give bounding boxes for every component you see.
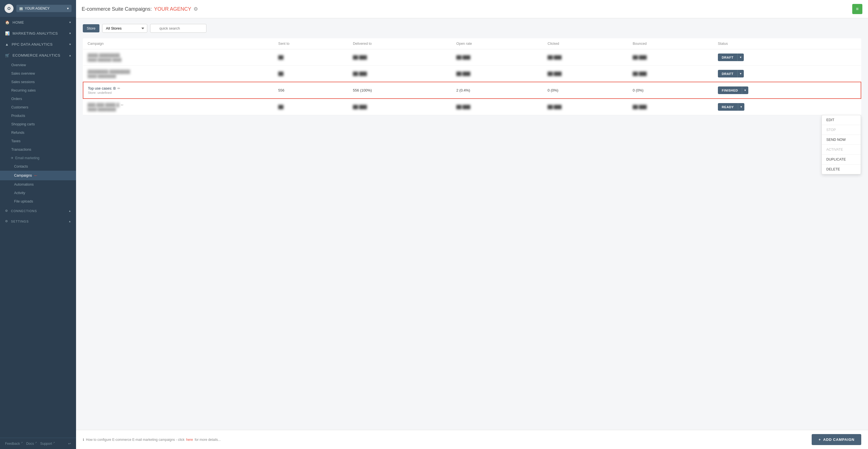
sidebar-item-taxes[interactable]: Taxes bbox=[0, 137, 76, 145]
support-link[interactable]: Support ↗ bbox=[40, 441, 55, 446]
sidebar-item-contacts[interactable]: Contacts bbox=[0, 162, 76, 171]
campaign-cell: ███ ███ ████ █ ✏ ████ ████████ bbox=[83, 98, 274, 115]
sidebar-item-home[interactable]: 🏠 HOME ▾ bbox=[0, 17, 76, 28]
status-cell: DRAFT ▾ bbox=[713, 49, 861, 66]
sidebar-item-overview[interactable]: Overview bbox=[0, 61, 76, 69]
col-clicked: Clicked bbox=[543, 38, 628, 49]
search-wrapper bbox=[150, 24, 207, 33]
sent-to-cell: ██ bbox=[274, 98, 348, 115]
chevron-up-icon: ▴ bbox=[69, 54, 71, 57]
sent-to-cell: ██ bbox=[274, 49, 348, 66]
campaign-cell: ████████ ████████ ████ ████████ bbox=[83, 66, 274, 82]
plus-icon: + bbox=[818, 438, 821, 442]
sidebar-item-automations[interactable]: Automations bbox=[0, 180, 76, 189]
add-campaign-label: ADD CAMPAIGN bbox=[823, 438, 855, 442]
chevron-down-icon: ▾ bbox=[69, 32, 71, 35]
back-icon[interactable]: ↩ bbox=[68, 442, 71, 446]
docs-link[interactable]: Docs ↗ bbox=[26, 441, 37, 446]
sidebar-item-connections[interactable]: ⚙ CONNECTIONS ▴ bbox=[0, 206, 76, 216]
col-sent-to: Sent to bbox=[274, 38, 348, 49]
clicked-cell: ██ ███ bbox=[543, 49, 628, 66]
info-icon: ℹ bbox=[83, 438, 84, 442]
status-btn-group: DRAFT ▾ bbox=[718, 70, 857, 78]
status-dropdown-button[interactable]: ▾ bbox=[738, 103, 744, 111]
dropdown-send-now[interactable]: SEND NOW bbox=[822, 135, 861, 145]
sidebar-item-ppc[interactable]: ▲ PPC DATA ANALYTICS ▾ bbox=[0, 39, 76, 50]
campaign-sub: Store: undefined bbox=[88, 91, 269, 94]
campaign-cell: ████ ████████ ████ ██████ ████ bbox=[83, 49, 274, 66]
add-campaign-button[interactable]: + ADD CAMPAIGN bbox=[812, 434, 861, 445]
hamburger-menu-button[interactable]: ≡ bbox=[852, 4, 862, 14]
delivered-to-cell: ██ ███ bbox=[348, 49, 452, 66]
sidebar-item-settings[interactable]: ⚙ SETTINGS ▴ bbox=[0, 216, 76, 227]
agency-selector[interactable]: 🏢 YOUR AGENCY ▾ bbox=[16, 5, 71, 12]
campaign-cell: Top use cases: B ✏ Store: undefined bbox=[83, 82, 274, 98]
table-body: ████ ████████ ████ ██████ ████ ██ ██ ███… bbox=[83, 49, 861, 115]
sidebar-item-marketing[interactable]: 📊 MARKETING ANALYTICS ▾ bbox=[0, 28, 76, 39]
status-dropdown-button[interactable]: ▾ bbox=[737, 70, 744, 78]
draft-status-button[interactable]: DRAFT bbox=[718, 70, 737, 78]
sidebar-item-activity[interactable]: Activity bbox=[0, 189, 76, 197]
sidebar-footer: Feedback ↗ Docs ↗ Support ↗ ↩ bbox=[0, 438, 76, 449]
sidebar-item-recurring-sales[interactable]: Recurring sales bbox=[0, 86, 76, 95]
ready-status-button[interactable]: READY bbox=[718, 103, 738, 111]
dropdown-duplicate[interactable]: DUPLICATE bbox=[822, 155, 861, 164]
sidebar-item-shopping-carts[interactable]: Shopping carts bbox=[0, 120, 76, 128]
finished-status-button[interactable]: FINISHED bbox=[718, 87, 742, 94]
chevron-down-icon: ▾ bbox=[69, 21, 71, 24]
sidebar-item-customers[interactable]: Customers bbox=[0, 103, 76, 112]
delivered-to-cell: ██ ███ bbox=[348, 66, 452, 82]
here-link[interactable]: here bbox=[186, 438, 193, 442]
campaign-sub: ████ ████████ bbox=[88, 108, 269, 111]
page-title: E-commerce Suite Campaigns: YOUR AGENCY … bbox=[82, 6, 198, 12]
content-area: Store All Stores Campaign Sent to Delive… bbox=[76, 18, 868, 430]
campaigns-table: Campaign Sent to Delivered to Open rate … bbox=[83, 38, 861, 115]
email-icon: ✈ bbox=[11, 156, 13, 160]
settings-icon: ⚙ bbox=[5, 219, 8, 223]
chevron-up-icon: ▴ bbox=[69, 219, 71, 223]
status-dropdown-button[interactable]: ▾ bbox=[742, 87, 748, 94]
sidebar-item-sales-overview[interactable]: Sales overview bbox=[0, 69, 76, 78]
draft-status-button[interactable]: DRAFT bbox=[718, 54, 737, 61]
sidebar-item-products[interactable]: Products bbox=[0, 112, 76, 120]
filter-bar: Store All Stores bbox=[83, 24, 861, 33]
dropdown-stop: STOP bbox=[822, 125, 861, 135]
col-status: Status bbox=[713, 38, 861, 49]
clicked-cell: ██ ███ bbox=[543, 66, 628, 82]
sidebar-item-file-uploads[interactable]: File uploads bbox=[0, 197, 76, 206]
sidebar-item-campaigns[interactable]: Campaigns ← bbox=[0, 171, 76, 180]
nav-section-main: 🏠 HOME ▾ 📊 MARKETING ANALYTICS ▾ ▲ PPC D… bbox=[0, 17, 76, 227]
store-select[interactable]: All Stores bbox=[102, 24, 147, 33]
dropdown-edit[interactable]: EDIT bbox=[822, 115, 861, 125]
status-cell: FINISHED ▾ bbox=[713, 82, 861, 98]
home-icon: 🏠 bbox=[5, 20, 10, 25]
edit-pencil-icon[interactable]: ✏ bbox=[121, 103, 124, 107]
chart-icon: 📊 bbox=[5, 31, 10, 35]
search-input[interactable] bbox=[150, 24, 207, 33]
campaign-sub: ████ ████████ bbox=[88, 74, 269, 78]
sidebar-item-sales-sessions[interactable]: Sales sessions bbox=[0, 78, 76, 86]
feedback-link[interactable]: Feedback ↗ bbox=[5, 441, 23, 446]
campaign-sub: ████ ██████ ████ bbox=[88, 58, 269, 61]
chevron-down-icon: ▾ bbox=[69, 42, 71, 46]
sidebar-item-orders[interactable]: Orders bbox=[0, 95, 76, 103]
sent-to-cell: ██ bbox=[274, 66, 348, 82]
sidebar-header: O 🏢 YOUR AGENCY ▾ bbox=[0, 0, 76, 17]
status-btn-group: FINISHED ▾ bbox=[718, 87, 856, 94]
bounced-cell: ██ ███ bbox=[628, 49, 713, 66]
edit-pencil-icon[interactable]: ✏ bbox=[118, 87, 120, 90]
sidebar-item-refunds[interactable]: Refunds bbox=[0, 128, 76, 137]
pagination-bar: 1-4 of 4 ‹ › bbox=[83, 115, 861, 132]
campaign-name: ████ ████████ bbox=[88, 53, 269, 57]
campaign-name: ████████ ████████ bbox=[88, 69, 269, 74]
sidebar-item-transactions[interactable]: Transactions bbox=[0, 145, 76, 154]
status-btn-group: DRAFT ▾ bbox=[718, 54, 857, 61]
email-marketing-section[interactable]: ✈ Email marketing bbox=[0, 154, 76, 162]
table-row: ████ ████████ ████ ██████ ████ ██ ██ ███… bbox=[83, 49, 861, 66]
dropdown-delete[interactable]: DELETE bbox=[822, 164, 861, 174]
delivered-to-cell: ██ ███ bbox=[348, 98, 452, 115]
status-dropdown-button[interactable]: ▾ bbox=[737, 54, 744, 61]
gear-settings-icon[interactable]: ⚙ bbox=[193, 6, 198, 12]
campaign-name: ███ ███ ████ █ bbox=[88, 103, 119, 107]
sidebar-item-ecommerce[interactable]: 🛒 ECOMMERCE ANALYTICS ▴ bbox=[0, 50, 76, 61]
